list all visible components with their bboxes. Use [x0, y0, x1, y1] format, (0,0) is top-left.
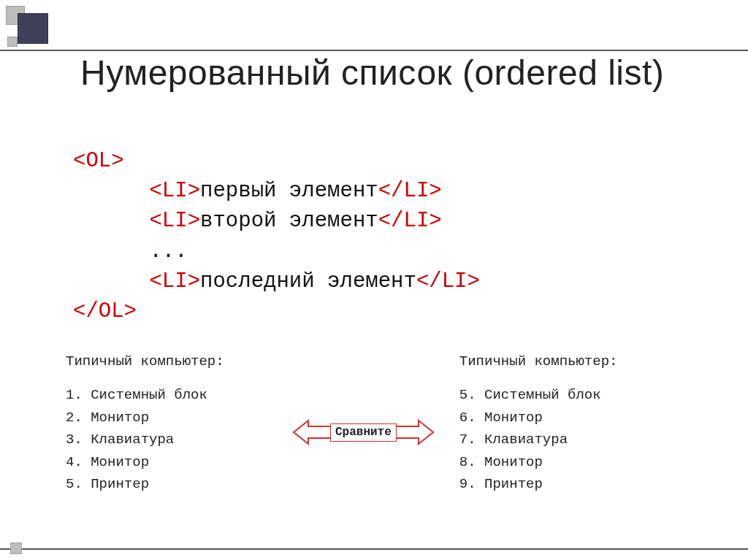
svg-marker-0 — [294, 421, 333, 444]
list-item: Клавиатура — [459, 429, 679, 450]
tag-li-open: <LI> — [149, 269, 200, 294]
slide: Нумерованный список (ordered list) <OL> … — [0, 0, 748, 560]
list-item: Системный блок — [459, 384, 679, 406]
code-ellipsis: ... — [149, 239, 187, 264]
tag-li-close: </LI> — [378, 209, 442, 233]
code-text: первый элемент — [200, 179, 378, 203]
decor-square — [7, 37, 18, 47]
example-header: Типичный компьютер: — [66, 350, 285, 372]
example-list-left: Системный блокМониторКлавиатураМониторПр… — [66, 384, 285, 495]
list-item: Системный блок — [66, 384, 285, 406]
tag-ol-open: <OL> — [73, 149, 124, 173]
list-item: Монитор — [459, 407, 679, 429]
list-item: Монитор — [66, 451, 285, 473]
code-block: <OL> <LI>первый элемент</LI> <LI>второй … — [73, 146, 480, 326]
arrow-left-icon — [292, 418, 335, 447]
tag-li-open: <LI> — [149, 209, 200, 233]
tag-ol-close: </OL> — [73, 299, 137, 323]
code-text: второй элемент — [200, 209, 378, 233]
decor-square — [10, 542, 22, 554]
example-header: Типичный компьютер: — [459, 350, 679, 372]
double-arrow: Сравните — [292, 418, 435, 447]
slide-title: Нумерованный список (ordered list) — [80, 53, 719, 93]
list-item: Принтер — [66, 473, 285, 495]
divider — [0, 548, 748, 550]
example-right: Типичный компьютер: Системный блокМонито… — [459, 350, 679, 495]
tag-li-close: </LI> — [378, 179, 442, 203]
svg-marker-1 — [394, 421, 433, 444]
list-item: Клавиатура — [66, 429, 285, 450]
compare-callout: Сравните — [292, 418, 435, 447]
list-item: Принтер — [459, 473, 679, 495]
arrow-right-icon — [392, 418, 435, 447]
code-text: последний элемент — [200, 269, 416, 294]
tag-li-close: </LI> — [416, 269, 480, 294]
example-list-right: Системный блокМониторКлавиатураМониторПр… — [459, 384, 679, 495]
decor-square — [18, 13, 48, 44]
compare-label: Сравните — [330, 423, 397, 442]
list-item: Монитор — [66, 407, 285, 429]
divider — [0, 50, 748, 51]
tag-li-open: <LI> — [149, 179, 200, 203]
example-left: Типичный компьютер: Системный блокМонито… — [66, 350, 285, 495]
examples-row: Типичный компьютер: Системный блокМонито… — [66, 350, 719, 495]
list-item: Монитор — [459, 451, 679, 473]
